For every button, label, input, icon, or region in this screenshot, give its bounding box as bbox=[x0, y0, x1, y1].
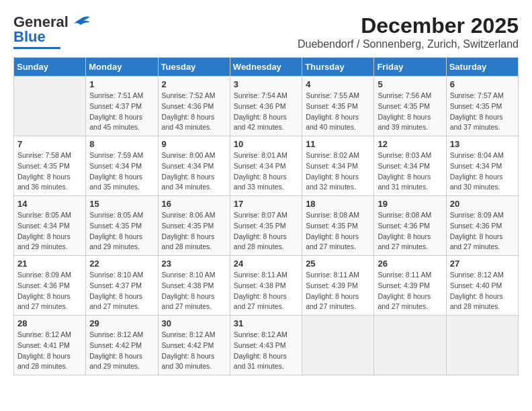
day-info: Sunrise: 7:58 AMSunset: 4:35 PMDaylight:… bbox=[17, 150, 82, 193]
day-info: Sunrise: 7:51 AMSunset: 4:37 PMDaylight:… bbox=[89, 91, 154, 133]
day-info: Sunrise: 8:12 AMSunset: 4:42 PMDaylight:… bbox=[89, 330, 154, 372]
day-info: Sunrise: 7:52 AMSunset: 4:36 PMDaylight:… bbox=[162, 91, 226, 133]
day-number: 4 bbox=[306, 79, 370, 89]
day-number: 10 bbox=[234, 139, 298, 149]
calendar-cell: 25Sunrise: 8:11 AMSunset: 4:39 PMDayligh… bbox=[302, 256, 374, 316]
calendar-cell: 27Sunrise: 8:12 AMSunset: 4:40 PMDayligh… bbox=[446, 256, 518, 316]
day-number: 20 bbox=[450, 199, 515, 209]
calendar-cell: 29Sunrise: 8:12 AMSunset: 4:42 PMDayligh… bbox=[86, 316, 158, 375]
calendar-cell bbox=[14, 77, 86, 136]
day-number: 31 bbox=[234, 318, 298, 328]
day-info: Sunrise: 8:12 AMSunset: 4:42 PMDaylight:… bbox=[162, 330, 226, 372]
calendar-cell: 14Sunrise: 8:05 AMSunset: 4:34 PMDayligh… bbox=[14, 196, 86, 256]
calendar-cell: 24Sunrise: 8:11 AMSunset: 4:38 PMDayligh… bbox=[230, 256, 302, 316]
day-info: Sunrise: 8:12 AMSunset: 4:41 PMDaylight:… bbox=[17, 330, 82, 372]
calendar-cell: 21Sunrise: 8:09 AMSunset: 4:36 PMDayligh… bbox=[14, 256, 86, 316]
day-info: Sunrise: 7:54 AMSunset: 4:36 PMDaylight:… bbox=[234, 91, 298, 133]
calendar-cell bbox=[374, 316, 446, 375]
calendar-week-row: 14Sunrise: 8:05 AMSunset: 4:34 PMDayligh… bbox=[14, 196, 519, 256]
logo-underline bbox=[13, 47, 60, 49]
title-block: December 2025 Duebendorf / Sonnenberg, Z… bbox=[298, 13, 519, 50]
calendar-cell: 7Sunrise: 7:58 AMSunset: 4:35 PMDaylight… bbox=[14, 136, 86, 196]
day-number: 7 bbox=[17, 139, 82, 149]
logo: General Blue bbox=[13, 13, 90, 49]
day-info: Sunrise: 8:07 AMSunset: 4:35 PMDaylight:… bbox=[234, 210, 298, 253]
day-info: Sunrise: 8:00 AMSunset: 4:34 PMDaylight:… bbox=[162, 150, 226, 193]
day-number: 19 bbox=[378, 199, 442, 209]
calendar-week-row: 28Sunrise: 8:12 AMSunset: 4:41 PMDayligh… bbox=[14, 316, 519, 375]
logo-bird-icon bbox=[71, 15, 90, 29]
day-number: 5 bbox=[378, 79, 442, 89]
day-info: Sunrise: 8:09 AMSunset: 4:36 PMDaylight:… bbox=[17, 270, 82, 312]
calendar-cell: 15Sunrise: 8:05 AMSunset: 4:35 PMDayligh… bbox=[86, 196, 158, 256]
day-info: Sunrise: 8:11 AMSunset: 4:39 PMDaylight:… bbox=[306, 270, 370, 312]
day-info: Sunrise: 8:08 AMSunset: 4:35 PMDaylight:… bbox=[306, 210, 370, 253]
day-info: Sunrise: 7:57 AMSunset: 4:35 PMDaylight:… bbox=[450, 91, 515, 133]
day-info: Sunrise: 8:03 AMSunset: 4:34 PMDaylight:… bbox=[378, 150, 442, 193]
day-number: 3 bbox=[234, 79, 298, 89]
calendar-cell: 10Sunrise: 8:01 AMSunset: 4:34 PMDayligh… bbox=[230, 136, 302, 196]
calendar-cell bbox=[302, 316, 374, 375]
day-number: 25 bbox=[306, 259, 370, 269]
weekday-header-friday: Friday bbox=[374, 58, 446, 77]
weekday-header-saturday: Saturday bbox=[446, 58, 518, 77]
day-number: 14 bbox=[17, 199, 82, 209]
day-info: Sunrise: 8:02 AMSunset: 4:34 PMDaylight:… bbox=[306, 150, 370, 193]
day-info: Sunrise: 8:10 AMSunset: 4:38 PMDaylight:… bbox=[162, 270, 226, 312]
day-info: Sunrise: 7:56 AMSunset: 4:35 PMDaylight:… bbox=[378, 91, 442, 133]
page-subtitle: Duebendorf / Sonnenberg, Zurich, Switzer… bbox=[298, 38, 519, 50]
calendar-cell: 23Sunrise: 8:10 AMSunset: 4:38 PMDayligh… bbox=[158, 256, 230, 316]
calendar-cell: 11Sunrise: 8:02 AMSunset: 4:34 PMDayligh… bbox=[302, 136, 374, 196]
calendar-cell: 4Sunrise: 7:55 AMSunset: 4:35 PMDaylight… bbox=[302, 77, 374, 136]
calendar-cell: 31Sunrise: 8:12 AMSunset: 4:43 PMDayligh… bbox=[230, 316, 302, 375]
day-info: Sunrise: 7:55 AMSunset: 4:35 PMDaylight:… bbox=[306, 91, 370, 133]
day-number: 30 bbox=[162, 318, 226, 328]
logo-blue-text: Blue bbox=[13, 28, 46, 46]
weekday-header-tuesday: Tuesday bbox=[158, 58, 230, 77]
day-number: 18 bbox=[306, 199, 370, 209]
calendar-cell: 3Sunrise: 7:54 AMSunset: 4:36 PMDaylight… bbox=[230, 77, 302, 136]
calendar-header-row: SundayMondayTuesdayWednesdayThursdayFrid… bbox=[14, 58, 519, 77]
day-number: 21 bbox=[17, 259, 82, 269]
day-info: Sunrise: 8:12 AMSunset: 4:43 PMDaylight:… bbox=[234, 330, 298, 372]
day-number: 28 bbox=[17, 318, 82, 328]
calendar-cell: 1Sunrise: 7:51 AMSunset: 4:37 PMDaylight… bbox=[86, 77, 158, 136]
day-number: 15 bbox=[89, 199, 154, 209]
calendar-cell: 20Sunrise: 8:09 AMSunset: 4:36 PMDayligh… bbox=[446, 196, 518, 256]
day-info: Sunrise: 8:08 AMSunset: 4:36 PMDaylight:… bbox=[378, 210, 442, 253]
calendar-table: SundayMondayTuesdayWednesdayThursdayFrid… bbox=[13, 57, 519, 375]
calendar-cell: 17Sunrise: 8:07 AMSunset: 4:35 PMDayligh… bbox=[230, 196, 302, 256]
day-info: Sunrise: 8:06 AMSunset: 4:35 PMDaylight:… bbox=[162, 210, 226, 253]
calendar-week-row: 1Sunrise: 7:51 AMSunset: 4:37 PMDaylight… bbox=[14, 77, 519, 136]
calendar-cell: 16Sunrise: 8:06 AMSunset: 4:35 PMDayligh… bbox=[158, 196, 230, 256]
calendar-cell: 8Sunrise: 7:59 AMSunset: 4:34 PMDaylight… bbox=[86, 136, 158, 196]
day-info: Sunrise: 8:09 AMSunset: 4:36 PMDaylight:… bbox=[450, 210, 515, 253]
day-info: Sunrise: 8:01 AMSunset: 4:34 PMDaylight:… bbox=[234, 150, 298, 193]
day-number: 29 bbox=[89, 318, 154, 328]
calendar-cell: 18Sunrise: 8:08 AMSunset: 4:35 PMDayligh… bbox=[302, 196, 374, 256]
day-info: Sunrise: 8:10 AMSunset: 4:37 PMDaylight:… bbox=[89, 270, 154, 312]
calendar-cell: 26Sunrise: 8:11 AMSunset: 4:39 PMDayligh… bbox=[374, 256, 446, 316]
calendar-cell: 6Sunrise: 7:57 AMSunset: 4:35 PMDaylight… bbox=[446, 77, 518, 136]
day-number: 8 bbox=[89, 139, 154, 149]
day-info: Sunrise: 8:05 AMSunset: 4:34 PMDaylight:… bbox=[17, 210, 82, 253]
weekday-header-wednesday: Wednesday bbox=[230, 58, 302, 77]
page-header: General Blue December 2025 Duebendorf / … bbox=[13, 13, 519, 50]
day-number: 24 bbox=[234, 259, 298, 269]
calendar-cell bbox=[446, 316, 518, 375]
day-number: 26 bbox=[378, 259, 442, 269]
day-info: Sunrise: 8:11 AMSunset: 4:39 PMDaylight:… bbox=[378, 270, 442, 312]
calendar-week-row: 21Sunrise: 8:09 AMSunset: 4:36 PMDayligh… bbox=[14, 256, 519, 316]
calendar-cell: 12Sunrise: 8:03 AMSunset: 4:34 PMDayligh… bbox=[374, 136, 446, 196]
day-number: 13 bbox=[450, 139, 515, 149]
day-number: 6 bbox=[450, 79, 515, 89]
calendar-cell: 30Sunrise: 8:12 AMSunset: 4:42 PMDayligh… bbox=[158, 316, 230, 375]
day-info: Sunrise: 8:04 AMSunset: 4:34 PMDaylight:… bbox=[450, 150, 515, 193]
calendar-cell: 19Sunrise: 8:08 AMSunset: 4:36 PMDayligh… bbox=[374, 196, 446, 256]
weekday-header-monday: Monday bbox=[86, 58, 158, 77]
day-number: 22 bbox=[89, 259, 154, 269]
weekday-header-sunday: Sunday bbox=[14, 58, 86, 77]
calendar-cell: 13Sunrise: 8:04 AMSunset: 4:34 PMDayligh… bbox=[446, 136, 518, 196]
calendar-cell: 28Sunrise: 8:12 AMSunset: 4:41 PMDayligh… bbox=[14, 316, 86, 375]
day-number: 23 bbox=[162, 259, 226, 269]
